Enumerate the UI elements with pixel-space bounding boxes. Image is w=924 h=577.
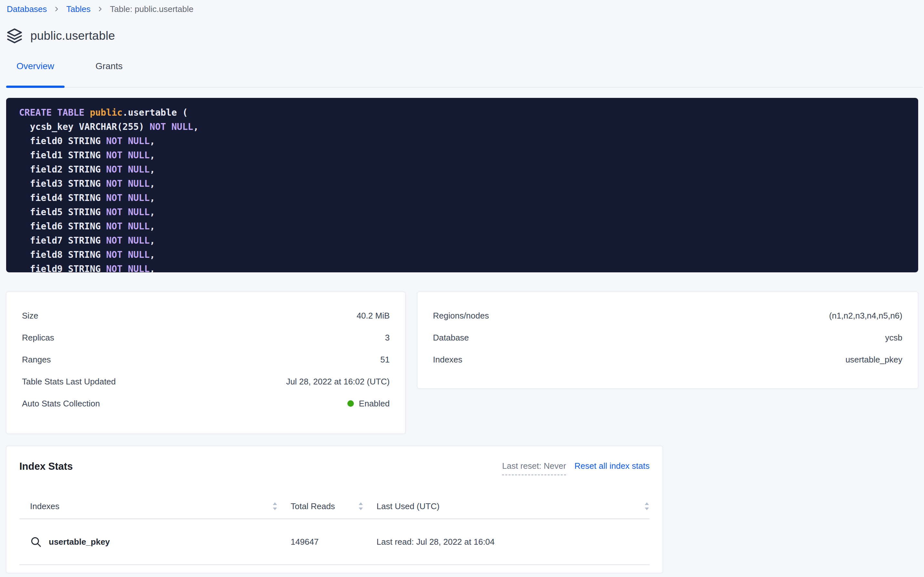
breadcrumb-tables[interactable]: Tables [66,3,90,15]
stat-row-regions-nodes: Regions/nodes(n1,n2,n3,n4,n5,n6) [433,305,902,327]
overview-stats-list: Size40.2 MiBReplicas3Ranges51Table Stats… [22,305,390,414]
stat-label: Indexes [433,355,462,365]
index-name-link[interactable]: usertable_pkey [49,537,110,547]
stat-value: (n1,n2,n3,n4,n5,n6) [829,311,902,321]
stat-label: Auto Stats Collection [22,399,100,409]
sql-create-statement-box[interactable]: CREATE TABLE public.usertable ( ycsb_key… [6,98,918,272]
last-reset-label: Last reset: Never [502,460,566,475]
breadcrumb-current: Table: public.usertable [110,3,193,15]
sql-line: field8 STRING NOT NULL, [19,248,918,262]
stat-value: Enabled [347,399,390,409]
sql-line: field4 STRING NOT NULL, [19,191,918,205]
stat-row-size: Size40.2 MiB [22,305,390,327]
tabs-divider [6,87,923,87]
breadcrumb-databases[interactable]: Databases [7,3,47,15]
stat-label: Ranges [22,355,51,365]
search-icon [30,536,42,548]
column-header-total-reads[interactable]: Total Reads [291,501,363,511]
status-dot-icon [347,400,354,407]
stat-row-ranges: Ranges51 [22,348,390,371]
details-stats-list: Regions/nodes(n1,n2,n3,n4,n5,n6)Database… [433,305,902,371]
column-header-indexes-label: Indexes [30,501,59,511]
stat-value: ycsb [885,333,902,343]
column-header-last-used-label: Last Used (UTC) [376,501,439,511]
stat-label: Size [22,311,39,321]
tab-overview-label: Overview [16,61,54,71]
sql-line: CREATE TABLE public.usertable ( [19,106,918,120]
sql-line: field5 STRING NOT NULL, [19,205,918,219]
summary-cards: Size40.2 MiBReplicas3Ranges51Table Stats… [6,292,918,434]
stat-row-database: Databaseycsb [433,327,902,348]
layers-icon [6,28,22,44]
index-stats-title: Index Stats [19,460,72,473]
stat-value: 3 [385,333,390,343]
stat-value: usertable_pkey [845,355,902,365]
sql-line: field0 STRING NOT NULL, [19,134,918,148]
sort-arrows-icon[interactable] [644,501,649,511]
column-header-total-reads-label: Total Reads [291,501,335,511]
stat-label: Regions/nodes [433,311,489,321]
column-header-indexes[interactable]: Indexes [19,501,278,511]
sql-line: field6 STRING NOT NULL, [19,219,918,234]
column-header-last-used[interactable]: Last Used (UTC) [376,501,649,511]
stat-label: Replicas [22,333,54,343]
sql-code: CREATE TABLE public.usertable ( ycsb_key… [19,106,918,272]
index-stats-card: Index Stats Last reset: Never Reset all … [6,446,663,573]
chevron-right-icon [97,6,103,12]
breadcrumb: Databases Tables Table: public.usertable [0,0,924,15]
index-stats-reset-area: Last reset: Never Reset all index stats [502,460,649,475]
stat-row-table-stats-last-updated: Table Stats Last UpdatedJul 28, 2022 at … [22,371,390,393]
sort-arrows-icon[interactable] [272,501,278,511]
sql-line: field3 STRING NOT NULL, [19,177,918,191]
stat-label: Table Stats Last Updated [22,377,116,387]
tabs: Overview Grants [0,55,924,87]
page-header: public.usertable [6,28,924,44]
chevron-right-icon [53,6,60,12]
sql-line: ycsb_key VARCHAR(255) NOT NULL, [19,120,918,134]
total-reads-value: 149647 [291,537,363,547]
stat-value: 40.2 MiB [357,311,390,321]
sql-line: field1 STRING NOT NULL, [19,148,918,163]
sql-line: field9 STRING NOT NULL, [19,262,918,272]
index-stats-header: Index Stats Last reset: Never Reset all … [19,446,649,475]
stat-row-replicas: Replicas3 [22,327,390,348]
table-overview-card: Size40.2 MiBReplicas3Ranges51Table Stats… [6,292,405,434]
active-tab-indicator [6,85,64,88]
table-details-card: Regions/nodes(n1,n2,n3,n4,n5,n6)Database… [417,292,918,388]
page-title: public.usertable [31,29,115,43]
stat-row-indexes: Indexesusertable_pkey [433,348,902,371]
sql-line: field2 STRING NOT NULL, [19,163,918,177]
stat-value: 51 [380,355,390,365]
stat-label: Database [433,333,469,343]
tab-grants[interactable]: Grants [85,55,133,87]
index-name-cell: usertable_pkey [19,536,278,548]
sql-line: field7 STRING NOT NULL, [19,234,918,248]
tab-grants-label: Grants [96,61,123,71]
tab-overview[interactable]: Overview [6,55,64,87]
reset-all-index-stats-link[interactable]: Reset all index stats [574,460,649,471]
stat-value: Jul 28, 2022 at 16:02 (UTC) [286,377,390,387]
stat-row-auto-stats-collection: Auto Stats CollectionEnabled [22,393,390,414]
index-table-row: usertable_pkey 149647 Last read: Jul 28,… [19,519,649,565]
last-used-value: Last read: Jul 28, 2022 at 16:04 [376,537,649,547]
index-table-header: Indexes Total Reads Last Used (UTC) [19,494,649,519]
sort-arrows-icon[interactable] [358,501,363,511]
